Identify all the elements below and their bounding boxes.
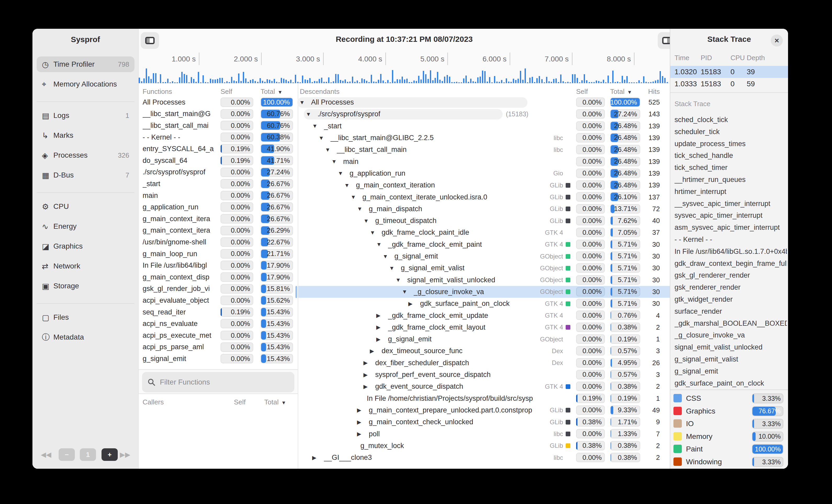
legend-row-graphics[interactable]: Graphics 76.67% <box>670 405 788 418</box>
stack-frame[interactable]: gtk_widget_render <box>675 293 787 305</box>
descendant-row[interactable]: ▶ dex_timeout_source_func Dex 0.00% 0.57… <box>298 345 670 357</box>
tree-expander-icon[interactable]: ▶ <box>357 416 361 428</box>
stack-frame[interactable]: _gdk_marshal_BOOLEAN__BOXEDv <box>675 317 787 329</box>
sidebar-item-logs[interactable]: ▤ Logs 1 <box>36 108 134 123</box>
function-row[interactable]: gsk_gl_render_job_vi 0.00% 15.81% <box>139 283 298 295</box>
stack-pid-header[interactable]: PID <box>701 54 712 62</box>
descendant-row[interactable]: In File /home/christian/Projects/sysprof… <box>298 393 670 404</box>
descendant-row[interactable]: ▼ _g_closure_invoke_va GObject 0.00% 5.7… <box>298 286 670 298</box>
descendants-hits-header[interactable]: Hits <box>636 88 660 96</box>
descendant-row[interactable]: ▼ All Processes 0.00% 100.00% 525 <box>298 96 670 108</box>
sidebar-item-processes[interactable]: ◈ Processes 326 <box>36 147 134 163</box>
sidebar-item-energy[interactable]: ∿ Energy <box>36 219 134 234</box>
tree-expander-icon[interactable]: ▶ <box>363 357 368 369</box>
sidebar-item-metadata[interactable]: ⓘ Metadata <box>36 329 134 345</box>
tree-expander-icon[interactable]: ▶ <box>376 333 381 345</box>
functions-self-header[interactable]: Self <box>220 88 232 96</box>
legend-row-css[interactable]: CSS 3.33% <box>670 392 788 405</box>
stack-frame[interactable]: g_signal_emit <box>675 365 787 377</box>
sidebar-item-files[interactable]: ▢ Files <box>36 309 134 325</box>
sidebar-item-time-profiler[interactable]: ◷ Time Profiler 798 <box>36 56 134 72</box>
function-row[interactable]: All Processes 0.00% 100.00% <box>139 96 298 108</box>
functions-total-header[interactable]: Total▼ <box>261 88 283 96</box>
sidebar-item-graphics[interactable]: ◪ Graphics <box>36 239 134 254</box>
sidebar-toggle-button[interactable] <box>141 32 159 49</box>
tree-expander-icon[interactable]: ▼ <box>396 274 401 286</box>
function-row[interactable]: __libc_start_main@G 0.00% 60.76% <box>139 108 298 120</box>
descendant-row[interactable]: ▶ g_main_context_check_unlocked GLib 0.3… <box>298 416 670 428</box>
stack-time-header[interactable]: Time <box>675 54 690 62</box>
function-row[interactable]: acpi_ns_evaluate 0.00% 15.43% <box>139 318 298 330</box>
function-row[interactable]: ./src/sysprof/sysprof 0.00% 27.24% <box>139 167 298 178</box>
tree-expander-icon[interactable]: ▼ <box>350 191 356 203</box>
descendant-row[interactable]: ▶ sysprof_perf_event_source_dispatch 0.0… <box>298 369 670 381</box>
tree-expander-icon[interactable]: ▶ <box>357 404 361 416</box>
descendants-column-header[interactable]: Descendants <box>300 88 340 96</box>
legend-row-windowing[interactable]: Windowing 3.33% <box>670 456 788 468</box>
stack-frame[interactable]: gdk_draw_context_begin_frame_full <box>675 258 787 270</box>
descendant-row[interactable]: ▼ g_main_context_iteration GLib 0.00% 26… <box>298 179 670 191</box>
stack-frame[interactable]: __hrtimer_run_queues <box>675 174 787 186</box>
descendant-row[interactable]: ▶ __GI___clone3 libc 0.00% 0.38% 2 <box>298 452 670 464</box>
stack-frame[interactable]: hrtimer_interrupt <box>675 186 787 198</box>
tree-expander-icon[interactable]: ▶ <box>376 321 381 333</box>
descendant-row[interactable]: ▼ g_signal_emit GObject 0.00% 5.71% 30 <box>298 250 670 262</box>
legend-row-memory[interactable]: Memory 10.00% <box>670 430 788 443</box>
function-row[interactable]: seq_read_iter 0.19% 15.43% <box>139 306 298 318</box>
stack-cpu-header[interactable]: CPU <box>730 54 745 62</box>
stack-frame[interactable]: gdk_surface_paint_on_clock <box>675 377 787 389</box>
descendant-row[interactable]: ▶ gdk_surface_paint_on_clock GTK 4 0.00%… <box>298 298 670 309</box>
tree-expander-icon[interactable]: ▼ <box>383 250 388 262</box>
function-row[interactable]: g_main_context_itera 0.00% 26.67% <box>139 213 298 225</box>
tree-expander-icon[interactable]: ▼ <box>370 227 375 239</box>
stack-frame[interactable]: gsk_gl_renderer_render <box>675 270 787 281</box>
stack-frame[interactable]: update_process_times <box>675 138 787 150</box>
stack-frame[interactable]: sched_clock_tick <box>675 114 787 126</box>
tree-expander-icon[interactable]: ▼ <box>402 286 407 298</box>
tree-expander-icon[interactable]: ▶ <box>363 369 368 381</box>
descendant-row[interactable]: ▶ g_main_context_prepare_unlocked.part.0… <box>298 404 670 416</box>
function-row[interactable]: _start 0.00% 26.67% <box>139 178 298 190</box>
tree-expander-icon[interactable]: ▶ <box>370 345 374 357</box>
descendant-row[interactable]: ▼ g_application_run Gio 0.00% 26.48% 139 <box>298 168 670 179</box>
functions-scrollbar[interactable] <box>295 286 297 298</box>
stack-frame[interactable]: __sysvec_apic_timer_interrupt <box>675 198 787 209</box>
tree-expander-icon[interactable]: ▼ <box>332 156 337 168</box>
descendant-row[interactable]: ▶ g_signal_emit GObject 0.00% 0.19% 1 <box>298 333 670 345</box>
legend-row-io[interactable]: IO 3.33% <box>670 418 788 430</box>
legend-row-paint[interactable]: Paint 100.00% <box>670 443 788 455</box>
stack-frame[interactable]: surface_render <box>675 306 787 317</box>
descendant-row[interactable]: ▼ gdk_frame_clock_paint_idle GTK 4 0.00%… <box>298 227 670 239</box>
function-row[interactable]: g_signal_emit 0.00% 15.43% <box>139 353 298 365</box>
stack-frame[interactable]: signal_emit_valist_unlocked <box>675 341 787 353</box>
function-row[interactable]: main 0.00% 26.67% <box>139 190 298 201</box>
descendant-row[interactable]: ▶ poll libc 0.00% 1.33% 7 <box>298 428 670 440</box>
tree-expander-icon[interactable]: ▼ <box>344 179 350 191</box>
tree-expander-icon[interactable]: ▼ <box>376 239 382 250</box>
stack-frame[interactable]: tick_sched_handle <box>675 150 787 162</box>
tree-expander-icon[interactable]: ▶ <box>376 309 381 321</box>
tree-expander-icon[interactable]: ▼ <box>338 168 343 179</box>
stack-frame[interactable]: gsk_renderer_render <box>675 282 787 293</box>
cpu-activity-graph[interactable] <box>139 67 670 83</box>
stack-frame[interactable]: - - Kernel - - <box>675 234 787 246</box>
function-row[interactable]: acpi_ps_parse_aml 0.00% 15.43% <box>139 341 298 353</box>
function-row[interactable]: - - Kernel - - 0.00% 60.38% <box>139 132 298 143</box>
callers-total-header[interactable]: Total▼ <box>264 398 286 406</box>
function-row[interactable]: entry_SYSCALL_64_a 0.19% 41.90% <box>139 143 298 155</box>
descendant-row[interactable]: ▼ _start 0.00% 26.48% 139 <box>298 120 670 132</box>
descendant-row[interactable]: ▼ ./src/sysprof/sysprof (15183) 0.00% 27… <box>298 108 670 120</box>
function-row[interactable]: acpi_evaluate_object 0.00% 15.62% <box>139 295 298 306</box>
function-row[interactable]: do_syscall_64 0.19% 41.71% <box>139 155 298 167</box>
descendant-row[interactable]: ▶ _gdk_frame_clock_emit_update GTK 4 0.0… <box>298 309 670 321</box>
zoom-in-button[interactable]: + <box>102 448 118 461</box>
sidebar-item-network[interactable]: ⇄ Network <box>36 258 134 274</box>
function-row[interactable]: __libc_start_call_mai 0.00% 60.76% <box>139 120 298 132</box>
function-row[interactable]: g_main_loop_run 0.00% 21.71% <box>139 248 298 260</box>
function-row[interactable]: g_application_run 0.00% 26.67% <box>139 201 298 213</box>
tree-expander-icon[interactable]: ▶ <box>363 381 368 392</box>
tree-expander-icon[interactable]: ▶ <box>357 428 361 440</box>
stack-depth-header[interactable]: Depth <box>747 54 765 62</box>
descendants-total-header[interactable]: Total▼ <box>610 88 632 96</box>
callers-column-header[interactable]: Callers <box>142 398 164 406</box>
